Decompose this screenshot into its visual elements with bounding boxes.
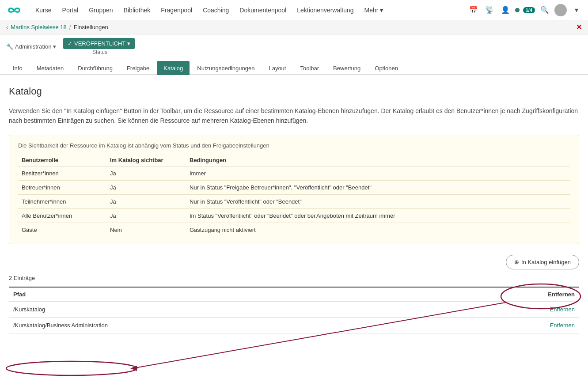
visible-cell: Ja <box>106 180 186 194</box>
breadcrumb-back[interactable]: ‹ <box>6 24 8 30</box>
catalog-remove-cell: Entfernen <box>433 301 579 317</box>
nav-coaching[interactable]: Coaching <box>197 0 234 20</box>
toolbar-row: 🔧 Administration ▾ ✓ VERÖFFENTLICHT ▾ St… <box>0 34 588 59</box>
catalog-entry-row: /KurskatalogEntfernen <box>9 301 579 317</box>
nav-dokumentenpool[interactable]: Dokumentenpool <box>234 0 292 20</box>
entries-header: ⊕ In Katalog einfügen <box>9 255 579 269</box>
calendar-icon[interactable]: 📅 <box>467 4 480 16</box>
add-catalog-button[interactable]: ⊕ In Katalog einfügen <box>506 255 579 269</box>
info-box-title: Die Sichtbarkeit der Ressource im Katalo… <box>18 142 570 149</box>
tab-optionen[interactable]: Optionen <box>368 61 405 75</box>
table-row: Besitzer*innen Ja Immer <box>18 166 570 180</box>
nav-lektionen[interactable]: Lektionenverwaltung <box>292 0 359 20</box>
visible-cell: Ja <box>106 194 186 208</box>
top-navigation: Kurse Portal Gruppen Bibliothek Fragenpo… <box>0 0 588 20</box>
role-cell: Teilnehmer*innen <box>18 194 106 208</box>
admin-label: Administration <box>15 43 51 50</box>
table-row: Gäste Nein Gastzugang nicht aktiviert <box>18 223 570 237</box>
avatar[interactable] <box>554 4 567 16</box>
catalog-path-cell: /Kurskatalog/Business Administration <box>9 317 433 333</box>
description-text: Verwenden Sie den "In Katalog einfügen" … <box>9 106 579 126</box>
nav-badge: 1/4 <box>523 7 535 13</box>
breadcrumb-link[interactable]: Martins Spielwiese 18 <box>11 24 66 30</box>
role-cell: Gäste <box>18 223 106 237</box>
tab-bewertung[interactable]: Bewertung <box>326 61 367 75</box>
status-dot <box>515 8 520 12</box>
nav-items: Kurse Portal Gruppen Bibliothek Fragenpo… <box>30 0 467 20</box>
visible-cell: Nein <box>106 223 186 237</box>
remove-link[interactable]: Entfernen <box>550 322 575 329</box>
visible-cell: Ja <box>106 166 186 180</box>
catalog-entry-row: /Kurskatalog/Business AdministrationEntf… <box>9 317 579 333</box>
tab-katalog[interactable]: Katalog <box>157 61 190 75</box>
breadcrumb-current: Einstellungen <box>74 24 108 30</box>
table-row: Teilnehmer*innen Ja Nur in Status "Veröf… <box>18 194 570 208</box>
dropdown-icon[interactable]: ▾ <box>570 4 583 16</box>
nav-kurse[interactable]: Kurse <box>30 0 57 20</box>
search-icon[interactable]: 🔍 <box>539 4 551 16</box>
tabs-row: Info Metadaten Durchführung Freigabe Kat… <box>0 61 588 75</box>
condition-cell: Nur in Status "Freigabe Betreuer*innen",… <box>186 180 570 194</box>
role-cell: Alle Benutzer*innen <box>18 208 106 223</box>
tab-metadaten[interactable]: Metadaten <box>30 61 70 75</box>
role-cell: Betreuer*innen <box>18 180 106 194</box>
visible-cell: Ja <box>106 208 186 223</box>
admin-dropdown-icon: ▾ <box>53 43 56 50</box>
tab-nutzungsbedingungen[interactable]: Nutzungsbedingungen <box>190 61 261 75</box>
nav-bibliothek[interactable]: Bibliothek <box>118 0 156 20</box>
add-catalog-label: In Katalog einfügen <box>521 259 571 265</box>
tab-durchfuhrung[interactable]: Durchführung <box>71 61 119 75</box>
tab-toolbar[interactable]: Toolbar <box>293 61 326 75</box>
rss-icon[interactable]: 📡 <box>483 4 496 16</box>
catalog-path-cell: /Kurskatalog <box>9 301 433 317</box>
tab-freigabe[interactable]: Freigabe <box>120 61 156 75</box>
role-cell: Besitzer*innen <box>18 166 106 180</box>
status-button[interactable]: ✓ VERÖFFENTLICHT ▾ <box>63 38 134 49</box>
status-label: Status <box>92 49 107 55</box>
nav-fragenpool[interactable]: Fragenpool <box>156 0 197 20</box>
nav-mehr[interactable]: Mehr ▾ <box>359 0 389 20</box>
wrench-icon: 🔧 <box>6 43 13 50</box>
breadcrumb-separator: / <box>69 24 71 31</box>
table-row: Betreuer*innen Ja Nur in Status "Freigab… <box>18 180 570 194</box>
entries-count: 2 Einträge <box>9 275 579 281</box>
user-icon[interactable]: 👤 <box>499 4 512 16</box>
administration-button[interactable]: 🔧 Administration ▾ <box>6 43 56 50</box>
col-header-pfad: Pfad <box>9 287 433 302</box>
remove-link[interactable]: Entfernen <box>550 306 575 313</box>
condition-cell: Gastzugang nicht aktiviert <box>186 223 570 237</box>
col-header-entfernen: Entfernen <box>433 287 579 302</box>
tab-layout[interactable]: Layout <box>262 61 292 75</box>
tab-info[interactable]: Info <box>6 61 29 75</box>
status-group: ✓ VERÖFFENTLICHT ▾ Status <box>63 38 134 55</box>
condition-cell: Im Status "Veröffentlicht" oder "Beendet… <box>186 208 570 223</box>
col-header-visible: Im Katalog sichtbar <box>106 154 186 167</box>
nav-right: 📅 📡 👤 1/4 🔍 ▾ <box>467 4 583 16</box>
nav-portal[interactable]: Portal <box>57 0 84 20</box>
condition-cell: Nur in Status "Veröffentlicht" oder "Bee… <box>186 194 570 208</box>
plus-icon: ⊕ <box>514 259 519 265</box>
catalog-remove-cell: Entfernen <box>433 317 579 333</box>
col-header-conditions: Bedingungen <box>186 154 570 167</box>
info-table: Benutzerrolle Im Katalog sichtbar Beding… <box>18 154 570 237</box>
main-content: Katalog Verwenden Sie den "In Katalog ei… <box>0 75 588 344</box>
condition-cell: Immer <box>186 166 570 180</box>
page-title: Katalog <box>9 86 579 97</box>
nav-gruppen[interactable]: Gruppen <box>83 0 118 20</box>
app-logo[interactable] <box>5 4 23 16</box>
breadcrumb: ‹ Martins Spielwiese 18 / Einstellungen … <box>0 20 588 34</box>
info-box: Die Sichtbarkeit der Ressource im Katalo… <box>9 135 579 244</box>
table-row: Alle Benutzer*innen Ja Im Status "Veröff… <box>18 208 570 223</box>
col-header-role: Benutzerrolle <box>18 154 106 167</box>
catalog-table: Pfad Entfernen /KurskatalogEntfernen/Kur… <box>9 287 579 333</box>
close-icon[interactable]: ✕ <box>576 23 582 31</box>
